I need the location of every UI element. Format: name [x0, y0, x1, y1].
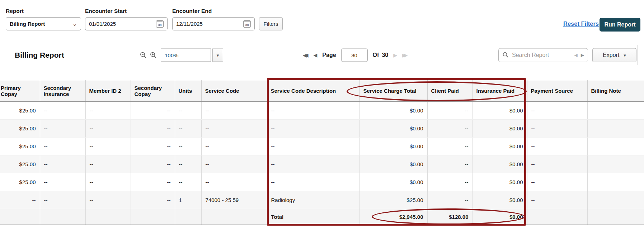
table-cell: $25.00	[0, 102, 40, 120]
encounter-end-label: Encounter End	[172, 8, 212, 14]
table-cell	[175, 209, 201, 225]
caret-down-icon: ▾	[624, 53, 626, 57]
table-cell: Radiology	[267, 191, 359, 209]
encounter-start-label: Encounter Start	[85, 8, 127, 14]
table-cell: --	[40, 102, 85, 120]
export-label: Export	[603, 52, 619, 58]
column-header: Insurance Paid	[473, 80, 527, 102]
report-select-value: Billing Report	[10, 21, 70, 27]
table-cell: 1	[175, 191, 201, 209]
zoom-level-dropdown-button[interactable]: ▾	[212, 48, 223, 62]
table-cell: $25.00	[0, 173, 40, 191]
pagination: ◀◀ ◀ Page Of30 ▶ ▶▶	[303, 48, 408, 62]
page-label: Page	[322, 52, 336, 58]
table-cell: --	[201, 138, 267, 155]
table-cell: $25.00	[359, 191, 427, 209]
table-cell	[587, 191, 644, 209]
table-cell: $2,945.00	[359, 209, 427, 225]
table-cell	[587, 102, 644, 120]
zoom-in-icon[interactable]	[150, 52, 157, 59]
table-cell: --	[85, 155, 131, 173]
calendar-icon-top	[244, 21, 250, 22]
next-page-button[interactable]: ▶	[393, 53, 397, 58]
table-row: $25.00------------$0.00--$0.00--	[0, 173, 644, 191]
table-row: $25.00------------$0.00--$0.00--	[0, 155, 644, 173]
column-header: Client Paid	[427, 80, 473, 102]
table-cell: --	[40, 120, 85, 138]
table-cell: $128.00	[427, 209, 473, 225]
column-header: Units	[175, 80, 201, 102]
table-cell: --	[131, 191, 175, 209]
search-next-icon[interactable]: ▶	[581, 53, 584, 58]
encounter-start-value: 01/01/2025	[89, 21, 156, 27]
table-cell: $0.00	[473, 102, 527, 120]
calendar-icon[interactable]: 30	[243, 20, 251, 28]
page-count: Of30	[373, 52, 389, 58]
calendar-icon-day: 30	[244, 23, 250, 27]
table-cell: --	[85, 120, 131, 138]
table-cell: --	[40, 138, 85, 155]
table-cell	[587, 209, 644, 225]
search-previous-icon[interactable]: ◀	[574, 53, 578, 58]
table-row: $25.00------------$0.00--$0.00--	[0, 120, 644, 138]
table-row: $25.00------------$0.00--$0.00--	[0, 138, 644, 155]
column-header: Service Code	[201, 80, 267, 102]
table-cell: $25.00	[0, 155, 40, 173]
total-row: Total$2,945.00$128.00$0.00	[0, 209, 644, 225]
table-cell: --	[427, 120, 473, 138]
table-cell: --	[527, 191, 587, 209]
table-cell: --	[527, 173, 587, 191]
table-cell	[85, 209, 131, 225]
encounter-end-input[interactable]: 12/11/2025 30	[172, 17, 255, 30]
report-label: Report	[6, 8, 24, 14]
page-input[interactable]	[341, 48, 368, 62]
table-cell: $25.00	[0, 138, 40, 155]
encounter-end-value: 12/11/2025	[176, 21, 243, 27]
table-cell: --	[85, 191, 131, 209]
export-button[interactable]: Export ▾	[592, 48, 636, 62]
table-cell: $0.00	[473, 155, 527, 173]
calendar-icon-top	[157, 21, 163, 22]
filters-button[interactable]: Filters	[259, 17, 283, 30]
column-header: Secondary Insurance	[40, 80, 85, 102]
table-cell	[587, 173, 644, 191]
arrow-left-icon: ◀	[305, 53, 309, 58]
table-cell: --	[267, 102, 359, 120]
previous-page-button[interactable]: ◀	[314, 53, 318, 58]
table-cell: $0.00	[359, 102, 427, 120]
table-cell: $0.00	[359, 120, 427, 138]
table-cell: --	[85, 138, 131, 155]
table-cell: --	[427, 155, 473, 173]
table-cell: $0.00	[359, 173, 427, 191]
table-cell: --	[427, 138, 473, 155]
table-cell: --	[175, 173, 201, 191]
table-cell	[131, 209, 175, 225]
table-cell: --	[527, 155, 587, 173]
table-cell: --	[175, 102, 201, 120]
report-select[interactable]: Billing Report ⌄	[6, 17, 81, 30]
column-header: Service Charge Total	[359, 80, 427, 102]
table-cell: --	[85, 102, 131, 120]
chevron-down-icon: ⌄	[72, 21, 77, 27]
table-cell: --	[131, 155, 175, 173]
table-cell: --	[131, 102, 175, 120]
encounter-start-input[interactable]: 01/01/2025 30	[85, 17, 168, 30]
last-page-button[interactable]: ▶▶	[402, 53, 408, 58]
first-page-button[interactable]: ◀◀	[303, 53, 309, 58]
run-report-button[interactable]: Run Report	[600, 18, 640, 32]
reset-filters-link[interactable]: Reset Filters	[563, 20, 599, 27]
calendar-icon[interactable]: 30	[156, 20, 164, 28]
table-cell: --	[267, 173, 359, 191]
table-cell: --	[427, 173, 473, 191]
column-header: Payment Source	[527, 80, 587, 102]
table-cell: --	[527, 120, 587, 138]
table-cell	[40, 209, 85, 225]
zoom-out-icon[interactable]	[140, 52, 147, 59]
report-toolbar: Billing Report 100% ▾ ◀◀ ◀ Page Of30 ▶ ▶…	[6, 45, 638, 65]
table-cell: --	[527, 102, 587, 120]
column-header: Billing Note	[587, 80, 644, 102]
table-cell: --	[40, 191, 85, 209]
search-input[interactable]: Search Report ◀ ▶	[498, 48, 588, 62]
zoom-level-input[interactable]: 100%	[161, 48, 211, 62]
table-cell: 74000 - 25 59	[201, 191, 267, 209]
